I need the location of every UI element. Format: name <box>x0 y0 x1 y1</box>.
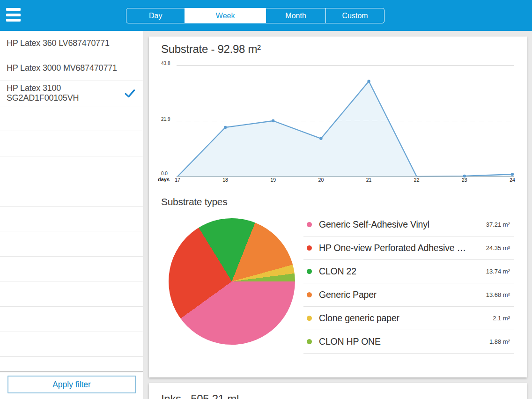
svg-text:23: 23 <box>462 177 467 183</box>
legend-label: Clone generic paper <box>319 313 399 324</box>
empty-list-row <box>0 131 143 156</box>
printer-name: HP Latex 3000 MV687470771 <box>7 63 117 73</box>
empty-list-row <box>0 332 143 357</box>
tab-day[interactable]: Day <box>126 8 185 23</box>
svg-text:21.9: 21.9 <box>161 117 170 122</box>
legend-item[interactable]: Generic Paper 13.68 m² <box>303 283 514 307</box>
legend-color-dot <box>307 269 312 274</box>
printer-item[interactable]: HP Latex 3100 SG2AD1F00105VH <box>0 81 143 106</box>
empty-list-row <box>0 257 143 282</box>
printer-item[interactable]: HP Latex 360 LV687470771 <box>0 31 143 56</box>
svg-text:18: 18 <box>222 177 228 183</box>
time-range-segmented-control: Day Week Month Custom <box>126 8 384 23</box>
substrate-types-legend: Generic Self-Adhesive Vinyl 37.21 m² HP … <box>303 213 514 354</box>
empty-list-row <box>0 281 143 307</box>
hamburger-menu-icon[interactable] <box>6 8 21 22</box>
legend-value: 1.88 m² <box>489 338 510 345</box>
substrate-usage-line-chart: 0.021.943.81718192021222324days <box>149 57 527 193</box>
legend-item[interactable]: CLON HP ONE 1.88 m² <box>303 330 514 354</box>
empty-list-row <box>0 231 143 257</box>
tab-custom[interactable]: Custom <box>325 8 384 23</box>
legend-item[interactable]: CLON 22 13.74 m² <box>303 260 514 283</box>
tab-label: Week <box>216 12 235 20</box>
printer-name: HP Latex 3100 SG2AD1F00105VH <box>7 83 125 103</box>
inks-card-title: Inks - 505.21 ml <box>161 392 239 399</box>
empty-list-row <box>0 307 143 332</box>
legend-label: HP One-view Perforated Adhesive Wind... <box>319 243 473 253</box>
legend-value: 37.21 m² <box>486 221 510 228</box>
legend-value: 13.74 m² <box>486 268 510 275</box>
substrate-types-pie-chart <box>169 218 295 345</box>
svg-text:24: 24 <box>510 177 515 183</box>
legend-item[interactable]: Generic Self-Adhesive Vinyl 37.21 m² <box>303 213 514 236</box>
legend-value: 2.1 m² <box>493 315 510 322</box>
printer-item[interactable]: HP Latex 3000 MV687470771 <box>0 56 143 81</box>
legend-item[interactable]: HP One-view Perforated Adhesive Wind... … <box>303 236 514 260</box>
legend-label: Generic Self-Adhesive Vinyl <box>319 219 429 230</box>
tab-label: Month <box>285 12 306 20</box>
legend-item[interactable]: Clone generic paper 2.1 m² <box>303 307 514 330</box>
inks-card: Inks - 505.21 ml <box>149 383 527 399</box>
legend-label: CLON 22 <box>319 266 356 277</box>
legend-color-dot <box>307 316 312 321</box>
check-icon <box>125 89 135 98</box>
substrate-types-title: Substrate types <box>161 196 227 207</box>
empty-list-row <box>0 106 143 132</box>
legend-value: 13.68 m² <box>486 291 510 298</box>
legend-color-dot <box>307 339 312 344</box>
legend-label: CLON HP ONE <box>319 336 381 347</box>
svg-text:20: 20 <box>318 177 324 183</box>
substrate-card-title: Substrate - 92.98 m² <box>161 43 261 56</box>
legend-value: 24.35 m² <box>486 244 510 251</box>
top-bar: Day Week Month Custom <box>0 0 532 31</box>
tab-label: Day <box>149 12 162 20</box>
apply-filter-button[interactable]: Apply filter <box>7 376 136 393</box>
tab-label: Custom <box>342 12 368 20</box>
svg-text:43.8: 43.8 <box>161 61 170 66</box>
empty-list-row <box>0 156 143 182</box>
svg-text:21: 21 <box>366 177 372 183</box>
svg-text:17: 17 <box>175 177 180 183</box>
svg-text:days: days <box>158 177 170 182</box>
substrate-card: Substrate - 92.98 m² 0.021.943.817181920… <box>149 37 527 377</box>
legend-color-dot <box>307 292 312 297</box>
svg-text:19: 19 <box>270 177 276 183</box>
printer-list: HP Latex 360 LV687470771 HP Latex 3000 M… <box>0 31 143 357</box>
tab-month[interactable]: Month <box>266 8 325 23</box>
legend-label: Generic Paper <box>319 289 377 300</box>
svg-text:0.0: 0.0 <box>161 171 168 176</box>
tab-week[interactable]: Week <box>185 8 266 23</box>
empty-list-row <box>0 207 143 232</box>
empty-list-row <box>0 181 143 207</box>
legend-color-dot <box>307 222 312 227</box>
sidebar-bottom-divider <box>0 371 143 372</box>
printer-name: HP Latex 360 LV687470771 <box>7 38 110 48</box>
svg-text:22: 22 <box>414 177 420 183</box>
printer-sidebar: HP Latex 360 LV687470771 HP Latex 3000 M… <box>0 31 143 399</box>
legend-color-dot <box>307 245 312 251</box>
